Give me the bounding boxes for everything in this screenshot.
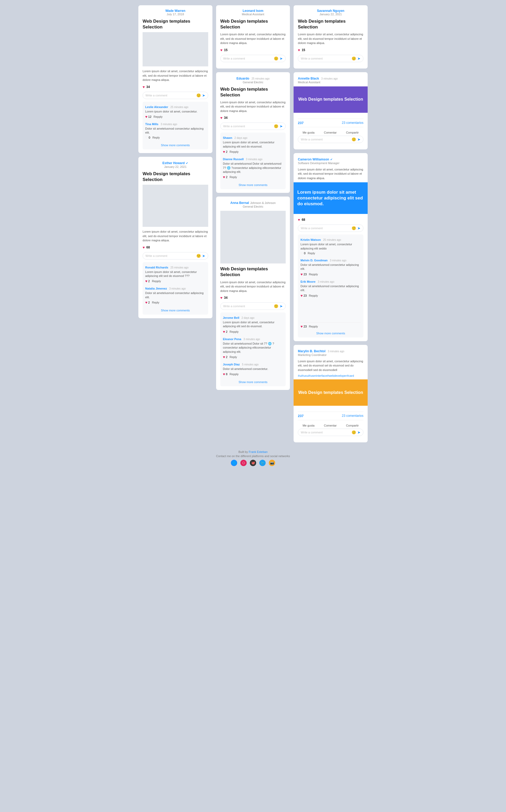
comment-author[interactable]: Kristin Watson [301, 238, 321, 241]
post-author[interactable]: Anna Bernal [230, 201, 249, 205]
social-icon-twitter[interactable]: 🐦 [259, 460, 266, 466]
post-author[interactable]: Savannah Nguyen [298, 9, 363, 13]
send-icon[interactable]: ➤ [357, 430, 360, 435]
comment-input-box[interactable]: Write a comment 🙂 ➤ [220, 55, 286, 62]
comment-author[interactable]: Shawn [223, 136, 232, 140]
send-icon[interactable]: ➤ [202, 93, 205, 97]
send-icon[interactable]: ➤ [280, 57, 283, 61]
reply-button[interactable]: Reply [308, 252, 315, 255]
heart-icon[interactable]: ♥ [223, 330, 225, 334]
post-header: Wade Warren July 17, 2018 [143, 9, 208, 16]
comment-author[interactable]: Joseph Diaz [223, 363, 240, 366]
show-more-comments[interactable]: Show more comments [223, 379, 283, 384]
reply-button[interactable]: Repply [230, 150, 239, 153]
social-icon-globe[interactable]: 🌐 [231, 460, 237, 466]
reply-button[interactable]: Repply [154, 115, 163, 118]
reply-button[interactable]: Repply [152, 280, 161, 283]
post-author[interactable]: Wade Warren [143, 9, 208, 13]
comment-likes: ♥ 2 [145, 300, 150, 304]
comment-input-box[interactable]: Write a comment 🙂 ➤ [298, 55, 363, 62]
social-icon-codepen[interactable]: ⬡ [240, 460, 247, 466]
comment-input-box[interactable]: Write a comment 🙂 ➤ [298, 224, 363, 232]
comment-author[interactable]: Melvin D. Goodman [301, 259, 328, 262]
show-more-comments[interactable]: Show more comments [301, 330, 361, 335]
heart-icon[interactable]: ♥ [220, 48, 223, 52]
heart-icon[interactable]: ♥ [220, 296, 223, 300]
send-icon[interactable]: ➤ [280, 304, 283, 308]
reply-button[interactable]: Repply [309, 294, 318, 297]
heart-icon[interactable]: ♥ [220, 116, 223, 120]
heart-icon[interactable]: ♥ [223, 150, 225, 154]
comment-input-box[interactable]: Write a comment 🙂 ➤ [298, 136, 363, 143]
heart-icon[interactable]: ♥ [298, 48, 300, 52]
comment-author[interactable]: Natalia Jimenez [145, 287, 167, 290]
emoji-icon[interactable]: 🙂 [196, 93, 201, 97]
comment-input-box[interactable]: Write a comment 🙂 ➤ [143, 252, 208, 260]
reply-button[interactable]: Repply [230, 372, 239, 376]
emoji-icon[interactable]: 🙂 [352, 137, 356, 142]
send-icon[interactable]: ➤ [202, 254, 205, 258]
heart-icon-empty[interactable]: ♡ [145, 136, 148, 140]
reply-button[interactable]: Repply [230, 330, 239, 333]
emoji-icon[interactable]: 🙂 [352, 57, 356, 61]
comment-author[interactable]: Ronald Richards [145, 266, 168, 269]
comentar-button[interactable]: Comentar [324, 424, 337, 427]
heart-icon[interactable]: ♥ [223, 355, 225, 359]
comment-author[interactable]: Jerome Bell [223, 316, 239, 319]
reply-button[interactable]: Repply [309, 273, 318, 276]
show-more-comments[interactable]: Show more comments [145, 307, 205, 312]
show-more-comments[interactable]: Show more comments [223, 182, 283, 187]
social-icon-instagram[interactable]: 📷 [269, 460, 275, 466]
comment-input-box[interactable]: Write a comment 🙂 ➤ [143, 92, 208, 99]
social-icon-github[interactable]: 🐙 [250, 460, 256, 466]
comment-author[interactable]: Dianne Russell [223, 158, 244, 161]
emoji-icon[interactable]: 🙂 [274, 57, 278, 61]
post-author[interactable]: Esther Howard [162, 161, 185, 165]
me-gusta-button[interactable]: Me gusta [303, 131, 314, 134]
heart-icon[interactable]: ♥ [143, 245, 145, 250]
compartir-button[interactable]: Compartir [346, 131, 359, 134]
heart-icon[interactable]: ♥ [301, 272, 303, 276]
comment-author[interactable]: Erik Moore [301, 280, 316, 283]
heart-icon[interactable]: ♥ [145, 115, 147, 119]
heart-icon[interactable]: ♥ [143, 85, 145, 89]
post-author[interactable]: Cameron Williamson [298, 158, 329, 161]
comment-input-box[interactable]: Write a comment 🙂 ➤ [298, 429, 363, 436]
heart-icon[interactable]: ♥ [223, 372, 225, 376]
post-author[interactable]: Eduardo [236, 77, 249, 80]
heart-icon[interactable]: ♥ [298, 217, 300, 222]
reply-button[interactable]: Reply [230, 355, 237, 359]
heart-icon[interactable]: ♥ [145, 279, 147, 283]
comment-author[interactable]: Leslie Alexander [145, 105, 168, 108]
comment-input-box[interactable]: Write a comment 🙂 ➤ [220, 122, 286, 130]
reply-button[interactable]: Repply [309, 325, 318, 328]
emoji-icon[interactable]: 🙂 [352, 430, 356, 435]
reply-button[interactable]: Reply [152, 301, 159, 304]
heart-icon-empty[interactable]: ♡ [301, 252, 303, 255]
send-icon[interactable]: ➤ [357, 137, 360, 142]
heart-icon[interactable]: ♥ [223, 175, 225, 179]
heart-icon[interactable]: ♥ [301, 324, 303, 329]
emoji-icon[interactable]: 🙂 [274, 304, 278, 308]
show-more-comments[interactable]: Show more comments [145, 142, 205, 147]
emoji-icon[interactable]: 🙂 [352, 226, 356, 230]
post-author[interactable]: Annette Black [298, 77, 319, 80]
post-author[interactable]: Marylin B. Bechtol [298, 349, 326, 353]
send-icon[interactable]: ➤ [357, 226, 360, 230]
post-author[interactable]: Leonard Isom [220, 9, 286, 13]
comentar-button[interactable]: Comentar [324, 131, 337, 134]
footer-author-link[interactable]: Frank Esteban [249, 450, 268, 453]
reply-button[interactable]: Reply [230, 175, 237, 179]
send-icon[interactable]: ➤ [280, 124, 283, 128]
me-gusta-button[interactable]: Me gusta [303, 424, 314, 427]
heart-icon[interactable]: ♥ [145, 300, 147, 304]
reply-button[interactable]: Reply [152, 136, 160, 139]
heart-icon[interactable]: ♥ [301, 293, 303, 298]
comment-author[interactable]: Eleanor Pena [223, 338, 241, 341]
compartir-button[interactable]: Compartir [346, 424, 359, 427]
emoji-icon[interactable]: 🙂 [274, 124, 278, 128]
comment-author[interactable]: Tina Mills [145, 122, 158, 126]
emoji-icon[interactable]: 🙂 [196, 254, 201, 258]
send-icon[interactable]: ➤ [357, 57, 360, 61]
comment-input-box[interactable]: Write a comment 🙂 ➤ [220, 302, 286, 310]
